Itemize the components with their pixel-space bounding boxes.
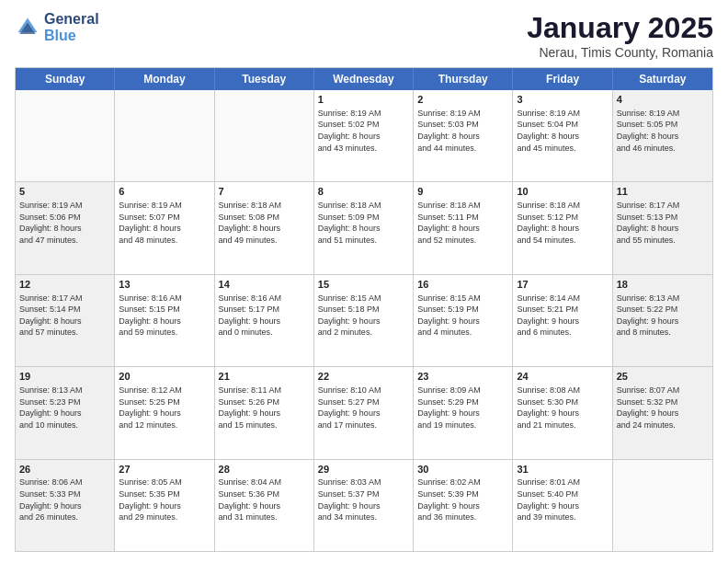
day-number: 19	[19, 370, 110, 384]
weekday-header: Thursday	[414, 68, 513, 90]
cell-info: Sunrise: 8:03 AM Sunset: 5:37 PM Dayligh…	[318, 477, 409, 523]
day-number: 4	[617, 93, 709, 107]
month-title: January 2025	[527, 11, 713, 45]
cell-info: Sunrise: 8:15 AM Sunset: 5:19 PM Dayligh…	[417, 293, 508, 339]
calendar-cell: 14Sunrise: 8:16 AM Sunset: 5:17 PM Dayli…	[215, 275, 314, 366]
cell-info: Sunrise: 8:17 AM Sunset: 5:13 PM Dayligh…	[617, 200, 709, 246]
cell-info: Sunrise: 8:18 AM Sunset: 5:12 PM Dayligh…	[517, 200, 608, 246]
calendar-cell: 6Sunrise: 8:19 AM Sunset: 5:07 PM Daylig…	[115, 182, 214, 273]
weekday-header: Friday	[513, 68, 612, 90]
calendar-body: 1Sunrise: 8:19 AM Sunset: 5:02 PM Daylig…	[16, 90, 712, 551]
calendar-cell: 21Sunrise: 8:11 AM Sunset: 5:26 PM Dayli…	[215, 367, 314, 458]
day-number: 18	[617, 278, 709, 292]
calendar-cell: 11Sunrise: 8:17 AM Sunset: 5:13 PM Dayli…	[613, 182, 712, 273]
calendar-cell	[16, 90, 115, 181]
cell-info: Sunrise: 8:04 AM Sunset: 5:36 PM Dayligh…	[219, 477, 310, 523]
calendar-cell: 24Sunrise: 8:08 AM Sunset: 5:30 PM Dayli…	[513, 367, 612, 458]
day-number: 17	[517, 278, 608, 292]
day-number: 6	[119, 185, 210, 199]
weekday-header: Tuesday	[215, 68, 314, 90]
day-number: 16	[417, 278, 508, 292]
day-number: 11	[617, 185, 709, 199]
cell-info: Sunrise: 8:17 AM Sunset: 5:14 PM Dayligh…	[19, 293, 110, 339]
calendar-cell: 7Sunrise: 8:18 AM Sunset: 5:08 PM Daylig…	[215, 182, 314, 273]
day-number: 7	[219, 185, 310, 199]
calendar-cell: 30Sunrise: 8:02 AM Sunset: 5:39 PM Dayli…	[414, 460, 513, 551]
day-number: 29	[318, 463, 409, 477]
cell-info: Sunrise: 8:13 AM Sunset: 5:22 PM Dayligh…	[617, 293, 709, 339]
cell-info: Sunrise: 8:15 AM Sunset: 5:18 PM Dayligh…	[318, 293, 409, 339]
logo-icon	[15, 15, 40, 40]
cell-info: Sunrise: 8:16 AM Sunset: 5:15 PM Dayligh…	[119, 293, 210, 339]
calendar-cell: 8Sunrise: 8:18 AM Sunset: 5:09 PM Daylig…	[314, 182, 414, 273]
logo-text: General Blue	[44, 11, 99, 43]
day-number: 23	[417, 370, 508, 384]
day-number: 3	[517, 93, 608, 107]
calendar-cell: 26Sunrise: 8:06 AM Sunset: 5:33 PM Dayli…	[16, 460, 115, 551]
calendar-cell: 12Sunrise: 8:17 AM Sunset: 5:14 PM Dayli…	[16, 275, 115, 366]
calendar-cell: 19Sunrise: 8:13 AM Sunset: 5:23 PM Dayli…	[16, 367, 115, 458]
calendar-cell: 15Sunrise: 8:15 AM Sunset: 5:18 PM Dayli…	[314, 275, 414, 366]
calendar-cell: 22Sunrise: 8:10 AM Sunset: 5:27 PM Dayli…	[314, 367, 414, 458]
calendar-cell: 10Sunrise: 8:18 AM Sunset: 5:12 PM Dayli…	[513, 182, 612, 273]
cell-info: Sunrise: 8:16 AM Sunset: 5:17 PM Dayligh…	[219, 293, 310, 339]
cell-info: Sunrise: 8:19 AM Sunset: 5:06 PM Dayligh…	[19, 200, 110, 246]
cell-info: Sunrise: 8:19 AM Sunset: 5:03 PM Dayligh…	[417, 108, 508, 154]
calendar-cell: 25Sunrise: 8:07 AM Sunset: 5:32 PM Dayli…	[613, 367, 712, 458]
day-number: 27	[119, 463, 210, 477]
calendar-cell: 27Sunrise: 8:05 AM Sunset: 5:35 PM Dayli…	[115, 460, 214, 551]
day-number: 20	[119, 370, 210, 384]
logo-blue: Blue	[44, 28, 99, 44]
header: General Blue January 2025 Nerau, Timis C…	[15, 11, 713, 60]
cell-info: Sunrise: 8:11 AM Sunset: 5:26 PM Dayligh…	[219, 385, 310, 431]
cell-info: Sunrise: 8:14 AM Sunset: 5:21 PM Dayligh…	[517, 293, 608, 339]
day-number: 10	[517, 185, 608, 199]
cell-info: Sunrise: 8:08 AM Sunset: 5:30 PM Dayligh…	[517, 385, 608, 431]
cell-info: Sunrise: 8:06 AM Sunset: 5:33 PM Dayligh…	[19, 477, 110, 523]
calendar-cell: 13Sunrise: 8:16 AM Sunset: 5:15 PM Dayli…	[115, 275, 214, 366]
calendar-cell: 23Sunrise: 8:09 AM Sunset: 5:29 PM Dayli…	[414, 367, 513, 458]
day-number: 24	[517, 370, 608, 384]
weekday-header: Saturday	[613, 68, 712, 90]
day-number: 21	[219, 370, 310, 384]
day-number: 14	[219, 278, 310, 292]
calendar-cell: 5Sunrise: 8:19 AM Sunset: 5:06 PM Daylig…	[16, 182, 115, 273]
day-number: 5	[19, 185, 110, 199]
day-number: 15	[318, 278, 409, 292]
calendar-cell: 28Sunrise: 8:04 AM Sunset: 5:36 PM Dayli…	[215, 460, 314, 551]
calendar-cell: 4Sunrise: 8:19 AM Sunset: 5:05 PM Daylig…	[613, 90, 712, 181]
day-number: 22	[318, 370, 409, 384]
calendar-cell: 3Sunrise: 8:19 AM Sunset: 5:04 PM Daylig…	[513, 90, 612, 181]
day-number: 8	[318, 185, 409, 199]
day-number: 1	[318, 93, 409, 107]
calendar-cell: 1Sunrise: 8:19 AM Sunset: 5:02 PM Daylig…	[314, 90, 414, 181]
calendar-row: 19Sunrise: 8:13 AM Sunset: 5:23 PM Dayli…	[16, 366, 712, 458]
calendar-row: 5Sunrise: 8:19 AM Sunset: 5:06 PM Daylig…	[16, 181, 712, 273]
page: General Blue January 2025 Nerau, Timis C…	[0, 0, 728, 563]
calendar-cell: 29Sunrise: 8:03 AM Sunset: 5:37 PM Dayli…	[314, 460, 414, 551]
day-number: 28	[219, 463, 310, 477]
cell-info: Sunrise: 8:07 AM Sunset: 5:32 PM Dayligh…	[617, 385, 709, 431]
cell-info: Sunrise: 8:12 AM Sunset: 5:25 PM Dayligh…	[119, 385, 210, 431]
calendar-row: 26Sunrise: 8:06 AM Sunset: 5:33 PM Dayli…	[16, 459, 712, 551]
logo-general: General	[44, 11, 99, 28]
weekday-header: Monday	[115, 68, 214, 90]
day-number: 31	[517, 463, 608, 477]
weekday-header: Wednesday	[314, 68, 414, 90]
calendar-cell	[613, 460, 712, 551]
calendar-cell: 17Sunrise: 8:14 AM Sunset: 5:21 PM Dayli…	[513, 275, 612, 366]
cell-info: Sunrise: 8:19 AM Sunset: 5:04 PM Dayligh…	[517, 108, 608, 154]
cell-info: Sunrise: 8:10 AM Sunset: 5:27 PM Dayligh…	[318, 385, 409, 431]
title-block: January 2025 Nerau, Timis County, Romani…	[527, 11, 713, 60]
calendar-header: SundayMondayTuesdayWednesdayThursdayFrid…	[16, 68, 712, 90]
cell-info: Sunrise: 8:18 AM Sunset: 5:09 PM Dayligh…	[318, 200, 409, 246]
calendar-cell	[115, 90, 214, 181]
cell-info: Sunrise: 8:18 AM Sunset: 5:11 PM Dayligh…	[417, 200, 508, 246]
subtitle: Nerau, Timis County, Romania	[527, 45, 713, 60]
day-number: 13	[119, 278, 210, 292]
calendar-cell: 31Sunrise: 8:01 AM Sunset: 5:40 PM Dayli…	[513, 460, 612, 551]
calendar-cell: 20Sunrise: 8:12 AM Sunset: 5:25 PM Dayli…	[115, 367, 214, 458]
cell-info: Sunrise: 8:02 AM Sunset: 5:39 PM Dayligh…	[417, 477, 508, 523]
calendar-cell: 18Sunrise: 8:13 AM Sunset: 5:22 PM Dayli…	[613, 275, 712, 366]
weekday-header: Sunday	[16, 68, 115, 90]
